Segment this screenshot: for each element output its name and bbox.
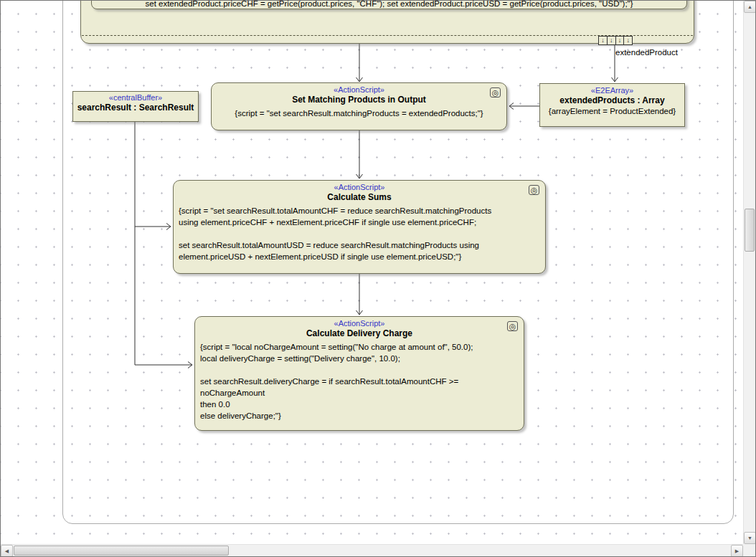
application-window: set extendedProduct.priceCHF = getPrice(… (0, 0, 756, 557)
scrollbar-corner (743, 544, 755, 556)
node-script: {script = "set searchResult.matchingProd… (212, 105, 506, 119)
action-calculate-sums[interactable]: «ActionScript» Calculate Sums {script = … (173, 180, 546, 274)
scroll-down-icon: ▼ (747, 535, 752, 541)
horizontal-scrollbar[interactable]: ◀ ▶ (1, 544, 743, 556)
horizontal-scrollbar-thumb[interactable] (14, 546, 229, 556)
stereotype-label: «centralBuffer» (73, 92, 198, 102)
action-set-matching-products[interactable]: «ActionScript» Set Matching Products in … (211, 82, 507, 130)
expansion-arrow-icon: ↓ (616, 37, 625, 44)
scroll-down-button[interactable]: ▼ (744, 532, 756, 544)
node-script: {script = "local noChargeAmount = settin… (195, 338, 524, 422)
clipped-action-node[interactable]: set extendedProduct.priceCHF = getPrice(… (91, 1, 687, 9)
vertical-scrollbar-thumb[interactable] (745, 209, 755, 252)
scroll-up-icon: ▲ (747, 4, 752, 9)
stereotype-label: «ActionScript» (195, 317, 524, 328)
node-script: {script = "set searchResult.totalAmountC… (174, 202, 545, 262)
node-name: Calculate Sums (174, 191, 545, 202)
action-badge-icon: ◎ (507, 321, 518, 331)
stereotype-label: «ActionScript» (212, 83, 506, 94)
stereotype-label: «ActionScript» (174, 181, 545, 191)
clipped-script-text: set extendedProduct.priceCHF = getPrice(… (96, 1, 682, 8)
node-name: Calculate Delivery Charge (195, 328, 524, 338)
node-name: extendedProducts : Array (540, 95, 684, 105)
scroll-left-button[interactable]: ◀ (1, 545, 13, 557)
scroll-up-button[interactable]: ▲ (744, 1, 756, 13)
vertical-scrollbar[interactable]: ▲ ▼ (743, 1, 755, 544)
expansion-arrow-icon: ↓ (624, 37, 632, 44)
stereotype-label: «E2EArray» (540, 84, 684, 95)
expansion-node-label: extendedProduct (615, 48, 678, 57)
action-badge-icon: ◎ (490, 87, 501, 97)
node-name: Set Matching Products in Output (212, 94, 506, 105)
action-calculate-delivery-charge[interactable]: «ActionScript» Calculate Delivery Charge… (194, 316, 524, 431)
expansion-arrow-icon: ↓ (599, 37, 608, 44)
scroll-right-icon: ▶ (735, 548, 739, 553)
action-badge-icon: ◎ (529, 185, 539, 195)
diagram-canvas[interactable]: set extendedProduct.priceCHF = getPrice(… (1, 1, 744, 545)
scroll-left-icon: ◀ (5, 548, 9, 553)
central-buffer-search-result[interactable]: «centralBuffer» searchResult : SearchRes… (72, 91, 199, 122)
node-detail: {arrayElement = ProductExtended} (540, 105, 684, 115)
scroll-right-button[interactable]: ▶ (731, 545, 743, 557)
object-node-extended-products[interactable]: «E2EArray» extendedProducts : Array {arr… (539, 83, 685, 127)
expansion-arrow-icon: ↓ (608, 37, 616, 44)
node-name: searchResult : SearchResult (73, 102, 198, 113)
expansion-node[interactable]: ↓ ↓ ↓ ↓ (598, 36, 633, 45)
